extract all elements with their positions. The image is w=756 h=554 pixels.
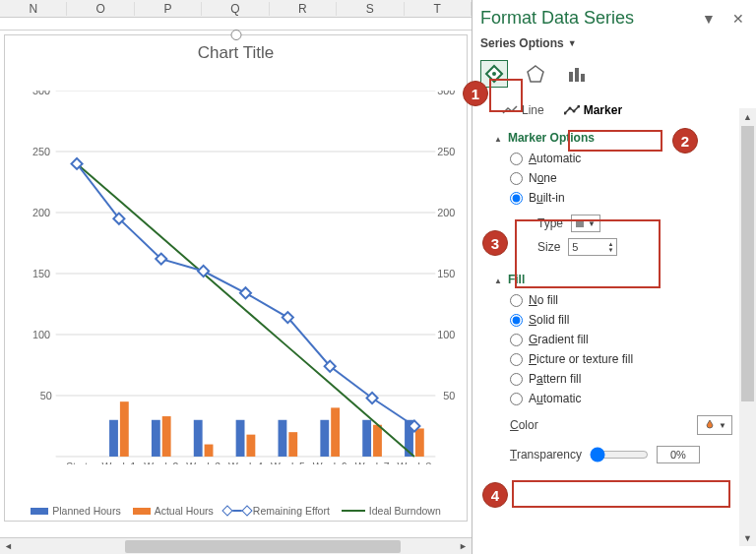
col-N[interactable]: N — [0, 2, 67, 16]
scroll-up-button[interactable]: ▲ — [739, 108, 756, 125]
svg-point-42 — [492, 72, 496, 76]
col-S[interactable]: S — [337, 2, 404, 16]
svg-rect-27 — [240, 287, 251, 298]
scroll-right-button[interactable]: ► — [455, 538, 472, 555]
marker-builtin-radio[interactable] — [510, 192, 523, 205]
svg-rect-44 — [569, 72, 573, 82]
y2-tick: 50 — [443, 390, 455, 401]
svg-text:Week 8: Week 8 — [398, 462, 432, 464]
transparency-value[interactable]: 0% — [657, 446, 700, 463]
fill-automatic-radio[interactable] — [510, 393, 523, 405]
category-labels: StartWeek 1Week 2Week 3Week 4Week 5Week … — [66, 462, 431, 464]
remaining-effort-markers[interactable] — [71, 158, 419, 432]
tab-marker[interactable]: Marker — [560, 101, 626, 119]
series-options-icon[interactable] — [563, 60, 591, 88]
y-tick: 300 — [32, 91, 50, 96]
legend-label: Ideal Burndown — [369, 505, 441, 517]
svg-text:Week 6: Week 6 — [313, 462, 347, 464]
scroll-track[interactable] — [17, 538, 455, 555]
chart-resize-handle[interactable] — [230, 30, 241, 40]
section-marker-options[interactable]: Marker Options — [480, 125, 746, 149]
svg-text:Week 5: Week 5 — [271, 462, 305, 464]
scroll-left-button[interactable]: ◄ — [0, 538, 17, 555]
y2-tick: 300 — [437, 91, 455, 96]
svg-text:Week 4: Week 4 — [228, 462, 263, 464]
bars[interactable] — [109, 401, 424, 457]
svg-text:Start: Start — [66, 462, 88, 464]
section-fill[interactable]: Fill — [480, 267, 746, 290]
annotation-callout-3: 3 — [482, 230, 508, 256]
fill-solid-radio[interactable] — [510, 314, 523, 327]
transparency-slider[interactable] — [590, 447, 649, 462]
panel-vertical-scrollbar[interactable]: ▲ ▼ — [739, 108, 756, 546]
column-headers: N O P Q R S T — [0, 0, 472, 18]
legend[interactable]: Planned Hours Actual Hours Remaining Eff… — [5, 505, 467, 517]
builtin-options: Type ▼ Size 5 ▲▼ — [510, 208, 746, 267]
y-tick: 50 — [40, 390, 52, 401]
svg-rect-15 — [279, 420, 287, 457]
col-Q[interactable]: Q — [202, 2, 269, 16]
legend-swatch-remaining — [225, 510, 249, 512]
svg-rect-11 — [194, 420, 203, 457]
svg-text:Week 1: Week 1 — [101, 462, 136, 464]
svg-point-48 — [568, 107, 571, 110]
scroll-thumb[interactable] — [741, 126, 754, 401]
y-tick: 150 — [32, 268, 50, 279]
chart-plot[interactable]: 300 250 200 150 100 50 300 250 200 150 1… — [32, 91, 459, 464]
tab-label: Marker — [584, 103, 622, 117]
color-label: Color — [510, 418, 538, 432]
tab-line[interactable]: Line — [498, 101, 548, 119]
svg-rect-12 — [205, 445, 214, 457]
svg-rect-13 — [236, 420, 245, 457]
annotation-callout-2: 2 — [672, 128, 698, 154]
legend-label: Planned Hours — [52, 505, 120, 517]
line-marker-tabs: Line Marker — [480, 97, 746, 125]
legend-swatch-planned — [31, 508, 48, 515]
transparency-label: Transparency — [510, 448, 582, 462]
y2-tick: 150 — [437, 268, 455, 279]
size-label: Size — [537, 240, 560, 254]
svg-rect-26 — [198, 266, 209, 277]
fill-none-radio[interactable] — [510, 294, 523, 307]
chart-object[interactable]: Chart Title 300 250 200 150 100 — [4, 34, 468, 522]
panel-menu-button[interactable]: ▼ — [701, 11, 717, 27]
svg-rect-18 — [331, 407, 340, 457]
marker-none-radio[interactable] — [510, 172, 523, 185]
y-tick: 250 — [32, 146, 50, 157]
panel-close-button[interactable]: ✕ — [730, 11, 746, 27]
format-data-series-panel: Format Data Series ▼ ✕ Series Options ▼ — [472, 0, 756, 554]
col-T[interactable]: T — [405, 2, 472, 16]
type-label: Type — [537, 216, 563, 230]
svg-rect-20 — [373, 425, 382, 457]
fill-picture-radio[interactable] — [510, 353, 523, 366]
size-value: 5 — [572, 241, 578, 253]
marker-automatic-radio[interactable] — [510, 153, 523, 165]
svg-point-49 — [572, 110, 575, 113]
svg-rect-22 — [415, 428, 424, 457]
series-options-menu[interactable]: Series Options ▼ — [480, 32, 577, 60]
y-tick: 200 — [32, 207, 50, 218]
col-P[interactable]: P — [135, 2, 202, 16]
col-R[interactable]: R — [270, 2, 337, 16]
y2-tick: 100 — [437, 329, 455, 340]
y-tick: 100 — [32, 329, 50, 340]
fill-pattern-radio[interactable] — [510, 373, 523, 386]
scroll-down-button[interactable]: ▼ — [739, 529, 756, 546]
svg-rect-10 — [162, 416, 171, 457]
scroll-thumb[interactable] — [125, 540, 401, 553]
fill-line-icon[interactable] — [480, 60, 508, 88]
format-category-icons — [480, 60, 746, 97]
annotation-callout-4: 4 — [482, 482, 508, 508]
color-picker-button[interactable]: ▼ — [697, 415, 732, 435]
series-options-label: Series Options — [480, 36, 564, 50]
col-O[interactable]: O — [67, 2, 134, 16]
fill-gradient-radio[interactable] — [510, 334, 523, 346]
svg-text:Week 7: Week 7 — [355, 462, 390, 464]
marker-size-spinner[interactable]: 5 ▲▼ — [568, 238, 617, 256]
horizontal-scrollbar[interactable]: ◄ ► — [0, 537, 472, 554]
marker-type-dropdown[interactable]: ▼ — [571, 215, 600, 232]
svg-text:Week 2: Week 2 — [144, 462, 178, 464]
svg-rect-19 — [362, 420, 371, 457]
effects-icon[interactable] — [522, 60, 549, 88]
chart-panel: N O P Q R S T Chart Title — [0, 0, 472, 554]
